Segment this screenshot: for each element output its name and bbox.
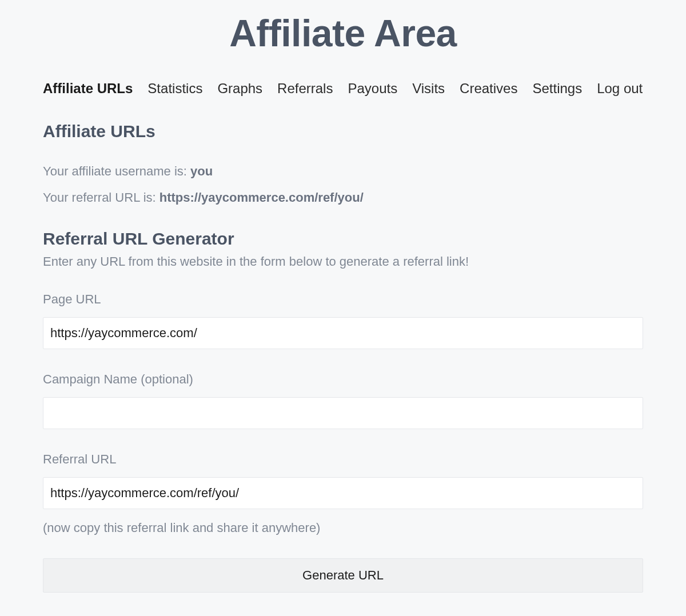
tabs-nav: Affiliate URLs Statistics Graphs Referra… (43, 81, 643, 97)
tab-affiliate-urls[interactable]: Affiliate URLs (43, 81, 133, 97)
tab-settings[interactable]: Settings (532, 81, 582, 97)
page-url-label: Page URL (43, 292, 643, 307)
main-container: Affiliate URLs Statistics Graphs Referra… (0, 81, 686, 593)
campaign-name-label: Campaign Name (optional) (43, 372, 643, 387)
referral-url-output[interactable] (43, 477, 643, 509)
generator-description: Enter any URL from this website in the f… (43, 254, 643, 269)
tab-visits[interactable]: Visits (412, 81, 445, 97)
tab-logout[interactable]: Log out (597, 81, 643, 97)
username-info: Your affiliate username is: you (43, 164, 643, 179)
referral-url-info: Your referral URL is: https://yaycommerc… (43, 190, 643, 205)
referral-hint: (now copy this referral link and share i… (43, 521, 643, 535)
tab-statistics[interactable]: Statistics (147, 81, 202, 97)
tab-creatives[interactable]: Creatives (460, 81, 517, 97)
username-label: Your affiliate username is: (43, 164, 190, 178)
tab-payouts[interactable]: Payouts (348, 81, 397, 97)
page-url-input[interactable] (43, 317, 643, 349)
tab-referrals[interactable]: Referrals (277, 81, 333, 97)
username-value: you (190, 164, 213, 178)
referral-url-label: Your referral URL is: (43, 190, 159, 205)
generate-url-button[interactable]: Generate URL (43, 558, 643, 593)
referral-url-output-label: Referral URL (43, 452, 643, 467)
campaign-name-input[interactable] (43, 397, 643, 429)
page-title: Affiliate Area (0, 0, 686, 81)
tab-graphs[interactable]: Graphs (217, 81, 262, 97)
section-heading-generator: Referral URL Generator (43, 229, 643, 249)
referral-url-value: https://yaycommerce.com/ref/you/ (159, 190, 364, 205)
section-heading-affiliate-urls: Affiliate URLs (43, 122, 643, 141)
